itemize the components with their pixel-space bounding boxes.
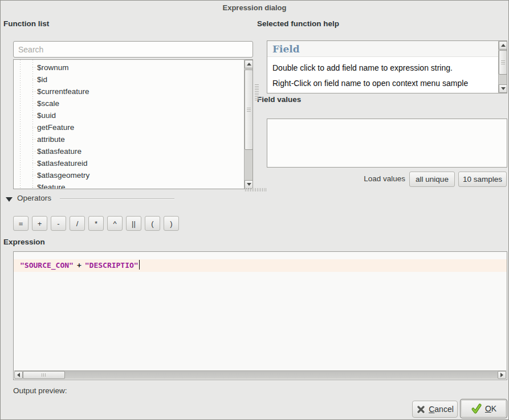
- help-paragraph: Double click to add field name to expres…: [272, 63, 493, 72]
- ok-check-icon: [471, 403, 482, 414]
- scroll-down-icon: [247, 183, 251, 186]
- tree-item[interactable]: $scale: [14, 97, 244, 109]
- expression-token-operator: +: [77, 261, 82, 270]
- function-tree-rows: $rownum$id$currentfeature$scale$uuidgetF…: [14, 60, 244, 189]
- scrollbar-thumb[interactable]: [23, 371, 65, 379]
- operators-group-label[interactable]: Operators: [17, 194, 51, 202]
- tree-item[interactable]: $id: [14, 74, 244, 85]
- expression-editor[interactable]: "SOURCE_CON"+"DESCRIPTIO": [13, 251, 507, 380]
- tree-branch-line: [32, 79, 37, 80]
- operator-button-1[interactable]: +: [32, 216, 47, 231]
- function-list-label: Function list: [3, 19, 49, 28]
- tree-item[interactable]: attribute: [14, 133, 244, 145]
- function-tree[interactable]: $rownum$id$currentfeature$scale$uuidgetF…: [13, 59, 253, 189]
- operators-header-line: [60, 198, 174, 199]
- operator-button-2[interactable]: -: [51, 216, 66, 231]
- scroll-left-button[interactable]: [14, 371, 23, 379]
- tree-item-label: $id: [37, 75, 47, 84]
- scroll-down-icon: [501, 87, 506, 90]
- tree-item-label: attribute: [37, 135, 65, 144]
- horizontal-splitter-handle[interactable]: [245, 188, 266, 191]
- operator-button-6[interactable]: ||: [126, 216, 141, 231]
- scroll-up-button[interactable]: [245, 60, 253, 68]
- search-input[interactable]: [13, 41, 253, 58]
- scrollbar-thumb[interactable]: [499, 50, 507, 75]
- tree-item-label: $atlasfeatureid: [37, 159, 88, 168]
- tree-item-label: $feature: [37, 183, 66, 189]
- cancel-button[interactable]: Cancel: [412, 401, 458, 418]
- cancel-button-label: Cancel: [429, 405, 454, 414]
- tree-branch-line: [32, 151, 37, 152]
- operator-button-0[interactable]: =: [13, 216, 28, 231]
- tree-item-label: $rownum: [37, 63, 69, 72]
- scroll-up-icon: [501, 44, 506, 47]
- tree-item-label: $atlasfeature: [37, 147, 82, 156]
- field-values-label: Field values: [257, 95, 301, 104]
- scrollbar-grip-icon: [247, 108, 251, 112]
- tree-item[interactable]: $currentfeature: [14, 85, 244, 97]
- text-cursor: [139, 260, 140, 270]
- output-preview-label: Output preview:: [13, 386, 67, 395]
- ok-button-label: OK: [485, 404, 496, 413]
- tree-item[interactable]: $rownum: [14, 62, 244, 74]
- tree-item-label: $uuid: [37, 111, 56, 120]
- tree-item[interactable]: $atlasgeometry: [14, 169, 244, 181]
- all-unique-button[interactable]: all unique: [409, 172, 455, 187]
- operator-button-7[interactable]: (: [145, 216, 160, 231]
- scroll-up-icon: [247, 63, 251, 66]
- function-help-panel: Field Double click to add field name to …: [267, 40, 507, 93]
- collapse-triangle-icon[interactable]: [6, 197, 13, 202]
- help-body: Double click to add field name to expres…: [267, 63, 498, 88]
- help-heading: Field: [267, 41, 498, 57]
- function-tree-scrollbar[interactable]: [244, 60, 253, 189]
- tree-item[interactable]: getFeature: [14, 121, 244, 133]
- operator-button-5[interactable]: ^: [107, 216, 123, 231]
- tree-branch-line: [32, 115, 37, 116]
- window-title: Expression dialog: [1, 3, 508, 12]
- tree-branch-line: [32, 187, 37, 187]
- expression-label: Expression: [3, 238, 45, 246]
- help-scrollbar[interactable]: [498, 41, 507, 93]
- scroll-left-icon: [17, 373, 20, 377]
- tree-item[interactable]: $uuid: [14, 109, 244, 121]
- field-values-panel[interactable]: [267, 119, 507, 168]
- scrollbar-thumb[interactable]: [245, 70, 253, 150]
- tree-item-label: getFeature: [37, 123, 74, 132]
- tree-item-label: $atlasgeometry: [37, 171, 89, 180]
- operator-buttons-row: =+-/*^||(): [13, 216, 179, 231]
- expression-code-area[interactable]: "SOURCE_CON"+"DESCRIPTIO": [14, 252, 507, 371]
- tree-branch-line: [32, 103, 37, 104]
- tree-item[interactable]: $feature: [14, 181, 244, 189]
- cancel-x-icon: [416, 405, 426, 414]
- tree-branch-line: [32, 127, 37, 128]
- selected-function-help-label: Selected function help: [257, 19, 339, 28]
- tree-item[interactable]: $atlasfeatureid: [14, 157, 244, 169]
- scroll-down-button[interactable]: [499, 84, 507, 93]
- operator-button-4[interactable]: *: [88, 216, 104, 231]
- expression-token-field: "DESCRIPTIO": [85, 261, 139, 270]
- load-values-label: Load values: [317, 174, 405, 183]
- scrollbar-grip-icon: [501, 60, 505, 64]
- tree-branch-line: [32, 175, 37, 176]
- scroll-right-button[interactable]: [498, 371, 506, 379]
- operator-button-8[interactable]: ): [164, 216, 179, 231]
- tree-branch-line: [32, 163, 37, 164]
- ten-samples-button[interactable]: 10 samples: [458, 172, 507, 187]
- vertical-splitter-handle[interactable]: [255, 84, 259, 100]
- tree-branch-line: [32, 91, 37, 92]
- tree-item[interactable]: $atlasfeature: [14, 145, 244, 157]
- help-content: Field Double click to add field name to …: [267, 41, 498, 93]
- scrollbar-grip-icon: [42, 373, 46, 377]
- tree-item-label: $currentfeature: [37, 87, 89, 96]
- help-paragraph: Right-Click on field name to open contex…: [272, 79, 493, 88]
- operator-button-3[interactable]: /: [70, 216, 85, 231]
- expression-token-field: "SOURCE_CON": [20, 261, 74, 270]
- scroll-up-button[interactable]: [499, 41, 507, 50]
- expression-code-line[interactable]: "SOURCE_CON"+"DESCRIPTIO": [14, 259, 507, 272]
- ok-button[interactable]: OK: [460, 399, 507, 418]
- tree-item-label: $scale: [37, 99, 59, 108]
- tree-branch-line: [32, 139, 37, 140]
- scroll-down-button[interactable]: [245, 180, 253, 189]
- expression-dialog-window: Expression dialog Function list $rownum$…: [0, 0, 509, 420]
- editor-horizontal-scrollbar[interactable]: [14, 370, 506, 379]
